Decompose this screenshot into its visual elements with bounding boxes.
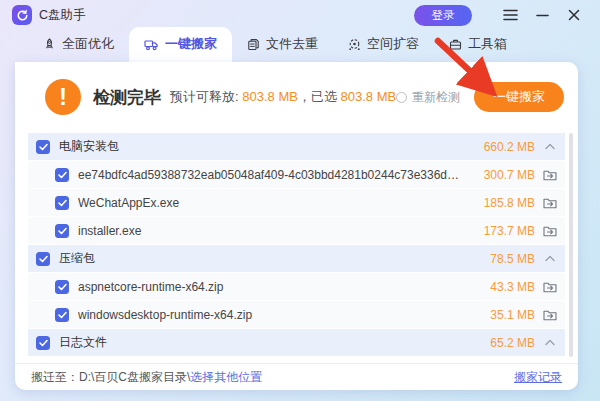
recheck-button[interactable]: 重新检测	[396, 89, 460, 106]
move-folder-icon[interactable]	[535, 309, 565, 321]
file-size: 43.3 MB	[473, 280, 535, 294]
recheck-label: 重新检测	[412, 89, 460, 106]
file-size: 173.7 MB	[473, 224, 535, 238]
app-title: C盘助手	[39, 7, 86, 24]
app-logo-icon	[12, 5, 32, 25]
tab-toolbox[interactable]: 工具箱	[434, 27, 522, 62]
group-row-installers[interactable]: 电脑安装包 660.2 MB	[28, 133, 565, 160]
group-label: 压缩包	[59, 250, 473, 267]
group-row-archives[interactable]: 压缩包 78.5 MB	[28, 245, 565, 272]
file-name: windowsdesktop-runtime-x64.zip	[78, 308, 473, 322]
checkbox-checked[interactable]	[36, 140, 50, 154]
collapse-chevron-icon[interactable]	[535, 339, 565, 346]
tab-space-expand[interactable]: 空间扩容	[333, 27, 434, 62]
checkbox-checked[interactable]	[55, 168, 69, 182]
checkbox-checked[interactable]	[55, 280, 69, 294]
file-row[interactable]: windowsdesktop-runtime-x64.zip 35.1 MB	[28, 301, 565, 328]
file-name: installer.exe	[78, 224, 473, 238]
group-label: 电脑安装包	[59, 138, 473, 155]
tab-one-click-move[interactable]: 一键搬家	[129, 27, 232, 62]
list-scrollbar[interactable]	[569, 133, 573, 357]
tab-label: 文件去重	[266, 35, 318, 53]
file-row[interactable]: aspnetcore-runtime-x64.zip 43.3 MB	[28, 273, 565, 300]
choose-location-link[interactable]: 选择其他位置	[190, 369, 262, 386]
destination-path: D:\百贝C盘搬家目录\	[79, 369, 190, 386]
selected-label: ，已选	[298, 89, 341, 104]
collapse-chevron-icon[interactable]	[535, 255, 565, 262]
move-folder-icon[interactable]	[535, 225, 565, 237]
group-size: 65.2 MB	[473, 336, 535, 350]
checkbox-checked[interactable]	[55, 308, 69, 322]
move-history-link[interactable]: 搬家记录	[514, 369, 562, 386]
file-name: ee74bdfc4ad59388732eab05048af409-4c03bbd…	[78, 168, 473, 182]
truck-icon	[144, 38, 159, 51]
tab-full-optimize[interactable]: 全面优化	[28, 27, 129, 62]
title-bar: C盘助手 登录	[0, 0, 600, 30]
scan-summary: ! 检测完毕 预计可释放: 803.8 MB，已选 803.8 MB 重新检测 …	[15, 62, 578, 132]
file-size: 35.1 MB	[473, 308, 535, 322]
tab-bar: 全面优化 一键搬家 文件去重 空间扩容 工具箱	[0, 30, 600, 62]
file-name: aspnetcore-runtime-x64.zip	[78, 280, 473, 294]
file-row[interactable]: installer.exe 173.7 MB	[28, 217, 565, 244]
file-row[interactable]: ee74bdfc4ad59388732eab05048af409-4c03bbd…	[28, 161, 565, 188]
scan-detail: 预计可释放: 803.8 MB，已选 803.8 MB	[170, 88, 396, 106]
footer-bar: 搬迁至： D:\百贝C盘搬家目录\ 选择其他位置 搬家记录	[15, 363, 578, 390]
menu-icon[interactable]	[498, 4, 522, 26]
close-icon[interactable]	[562, 4, 586, 26]
move-folder-icon[interactable]	[535, 197, 565, 209]
tab-label: 全面优化	[62, 35, 114, 53]
tab-label: 一键搬家	[165, 35, 217, 53]
collapse-chevron-icon[interactable]	[535, 143, 565, 150]
checkbox-checked[interactable]	[36, 336, 50, 350]
selected-value: 803.8 MB	[341, 89, 397, 104]
warning-icon: !	[45, 79, 81, 115]
move-folder-icon[interactable]	[535, 281, 565, 293]
rocket-icon	[43, 38, 56, 51]
file-size: 300.7 MB	[473, 168, 535, 182]
tab-label: 工具箱	[468, 35, 507, 53]
group-row-logs[interactable]: 日志文件 65.2 MB	[28, 329, 565, 356]
minimize-icon[interactable]	[530, 4, 554, 26]
login-button[interactable]: 登录	[414, 5, 472, 26]
file-row[interactable]: WeChatAppEx.exe 185.8 MB	[28, 189, 565, 216]
main-panel: ! 检测完毕 预计可释放: 803.8 MB，已选 803.8 MB 重新检测 …	[15, 62, 578, 390]
releasable-label: 预计可释放:	[170, 89, 242, 104]
checkbox-checked[interactable]	[55, 196, 69, 210]
recheck-icon	[396, 92, 407, 103]
group-size: 660.2 MB	[473, 140, 535, 154]
file-name: WeChatAppEx.exe	[78, 196, 473, 210]
file-size: 185.8 MB	[473, 196, 535, 210]
expand-icon	[348, 38, 361, 51]
group-label: 日志文件	[59, 334, 473, 351]
move-folder-icon[interactable]	[535, 169, 565, 181]
one-click-move-button[interactable]: 一键搬家	[474, 82, 564, 112]
destination-label: 搬迁至：	[31, 369, 79, 386]
checkbox-checked[interactable]	[55, 224, 69, 238]
toolbox-icon	[449, 38, 462, 51]
group-size: 78.5 MB	[473, 252, 535, 266]
documents-icon	[247, 38, 260, 51]
tab-label: 空间扩容	[367, 35, 419, 53]
file-list: 电脑安装包 660.2 MB ee74bdfc4ad59388732eab050…	[28, 133, 565, 357]
scan-status: 检测完毕	[93, 86, 161, 109]
releasable-value: 803.8 MB	[242, 89, 298, 104]
checkbox-checked[interactable]	[36, 252, 50, 266]
tab-file-dedup[interactable]: 文件去重	[232, 27, 333, 62]
